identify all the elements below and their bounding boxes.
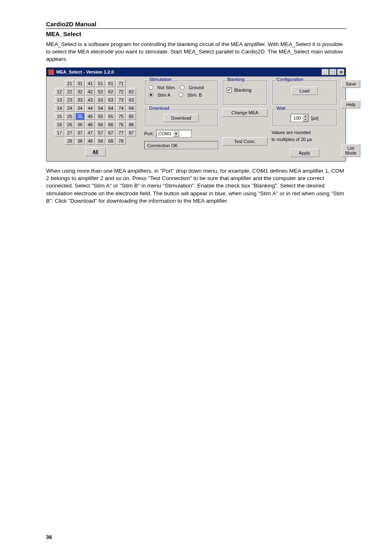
electrode-63[interactable]: 63 [106,96,115,104]
electrode-87[interactable]: 87 [127,129,136,136]
change-mea-button[interactable]: Change MEA [222,109,267,117]
electrode-38[interactable]: 38 [75,137,85,145]
electrode-16[interactable]: 16 [55,121,64,128]
spin-down-icon[interactable]: ▼ [302,118,308,122]
port-select[interactable]: COM1 ▼ [156,130,191,138]
electrode-65[interactable]: 65 [106,113,115,120]
electrode-35[interactable]: 35 [75,113,85,120]
list-mode-button[interactable]: List Mode [341,144,360,157]
electrode-55[interactable]: 55 [96,113,105,120]
electrode-76[interactable]: 76 [116,121,126,128]
wait-spinner[interactable]: 100 ▲ ▼ [291,114,309,122]
electrode-62[interactable]: 62 [106,88,115,95]
electrode-68[interactable]: 68 [106,137,115,145]
electrode-47[interactable]: 47 [85,129,95,136]
stimulation-legend: Stimulation [148,77,173,82]
maximize-button[interactable]: ▢ [330,69,337,75]
configuration-group: Configuration Load [272,80,337,105]
electrode-12[interactable]: 12 [55,88,64,95]
electrode-43[interactable]: 43 [85,96,95,104]
electrode-53[interactable]: 53 [96,96,105,104]
label-stim-b: Stim. B [187,92,202,97]
save-button[interactable]: Save [341,80,360,88]
electrode-82[interactable]: 82 [127,88,136,95]
electrode-44[interactable]: 44 [85,104,95,112]
port-label: Port: [144,131,154,136]
electrode-85[interactable]: 85 [127,113,136,120]
app-icon [48,69,54,75]
blanking-legend: Blanking [226,77,246,82]
wait-value: 100 [293,116,301,120]
close-button[interactable]: ✕ [337,69,344,75]
electrode-37[interactable]: 37 [75,129,85,136]
all-button[interactable]: All [85,147,106,156]
electrode-83[interactable]: 83 [127,96,136,104]
electrode-25[interactable]: 25 [65,113,74,120]
load-button[interactable]: Load [291,87,318,95]
outro-paragraph: When using more than one MEA amplifiers,… [46,167,346,205]
spin-up-icon[interactable]: ▲ [302,114,308,118]
electrode-75[interactable]: 75 [116,113,126,120]
electrode-73[interactable]: 73 [116,96,126,104]
electrode-56[interactable]: 56 [96,121,105,128]
electrode-66[interactable]: 66 [106,121,115,128]
electrode-64[interactable]: 64 [106,104,115,112]
electrode-57[interactable]: 57 [96,129,105,136]
electrode-46[interactable]: 46 [85,121,95,128]
help-button[interactable]: Help [341,100,360,109]
electrode-48[interactable]: 48 [85,137,95,145]
electrode-52[interactable]: 52 [96,88,105,95]
electrode-24[interactable]: 24 [65,104,74,112]
page-number: 36 [46,534,52,540]
electrode-86[interactable]: 86 [127,121,136,128]
label-notstim: Not Stim. [157,85,176,90]
electrode-26[interactable]: 26 [65,121,74,128]
electrode-72[interactable]: 72 [116,88,126,95]
electrode-33[interactable]: 33 [75,96,85,104]
test-conn-button[interactable]: Test Conn. [222,137,267,146]
chevron-down-icon[interactable]: ▼ [173,131,179,137]
radio-stim-b[interactable] [179,92,183,97]
electrode-32[interactable]: 32 [75,88,85,95]
electrode-31[interactable]: 31 [75,80,85,87]
electrode-36[interactable]: 36 [75,121,85,128]
minimize-button[interactable]: _ [322,69,329,75]
electrode-17[interactable]: 17 [55,129,64,136]
electrode-51[interactable]: 51 [96,80,105,87]
electrode-45[interactable]: 45 [85,113,95,120]
apply-button[interactable]: Apply [290,149,319,157]
electrode-23[interactable]: 23 [65,96,74,104]
titlebar[interactable]: MEA_Select - Version 1.2.0 _ ▢ ✕ [46,68,346,76]
port-value: COM1 [158,131,171,136]
electrode-77[interactable]: 77 [116,129,126,136]
electrode-84[interactable]: 84 [127,104,136,112]
radio-stim-a[interactable] [149,92,153,97]
download-button[interactable]: Download [164,114,199,122]
electrode-61[interactable]: 61 [106,80,115,87]
blanking-checkbox[interactable]: ✔ [227,88,232,92]
electrode-14[interactable]: 14 [55,104,64,112]
status-box: Connection OK [144,141,218,149]
blanking-label: Blanking [234,88,251,92]
electrode-21[interactable]: 21 [65,80,74,87]
electrode-74[interactable]: 74 [116,104,126,112]
electrode-15[interactable]: 15 [55,113,64,120]
electrode-58[interactable]: 58 [96,137,105,145]
electrode-42[interactable]: 42 [85,88,95,95]
radio-notstim[interactable] [149,85,153,90]
wait-unit: [µs] [311,116,318,120]
download-legend: Download [148,106,171,111]
electrode-blank [55,137,64,145]
electrode-67[interactable]: 67 [106,129,115,136]
electrode-22[interactable]: 22 [65,88,74,95]
electrode-13[interactable]: 13 [55,96,64,104]
electrode-34[interactable]: 34 [75,104,85,112]
electrode-41[interactable]: 41 [85,80,95,87]
electrode-78[interactable]: 78 [116,137,126,145]
electrode-27[interactable]: 27 [65,129,74,136]
electrode-71[interactable]: 71 [116,80,126,87]
electrode-54[interactable]: 54 [96,104,105,112]
radio-ground[interactable] [180,85,184,90]
section-title: MEA_Select [46,30,346,37]
electrode-28[interactable]: 28 [65,137,74,145]
